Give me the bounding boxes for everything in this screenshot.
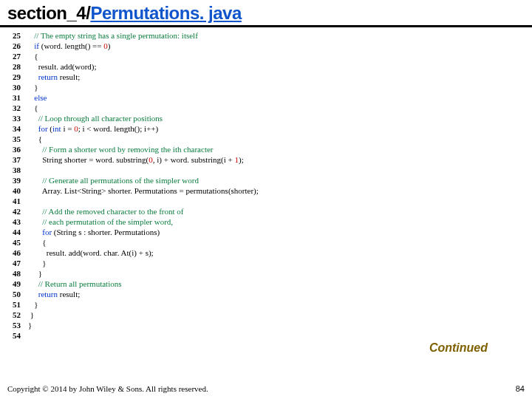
line-number: 41 [6, 196, 21, 206]
code-line: 48 } [6, 268, 526, 279]
code-line: 33 // Loop through all character positio… [6, 113, 526, 123]
code-text: // Form a shorter word by removing the i… [21, 144, 214, 154]
code-line: 50 return result; [6, 289, 526, 299]
code-text: String shorter = word. substring(0, i) +… [21, 154, 244, 165]
copyright-text: Copyright © 2014 by John Wiley & Sons. A… [7, 384, 208, 393]
code-text: else [21, 92, 47, 103]
code-line: 49 // Return all permutations [6, 279, 526, 289]
code-line: 38 [6, 165, 526, 175]
code-line: 25 // The empty string has a single perm… [6, 30, 526, 41]
code-line: 39 // Generate all permutations of the s… [6, 175, 526, 185]
code-line: 35 { [6, 134, 526, 144]
line-number: 42 [6, 206, 21, 216]
code-text: } [21, 82, 38, 92]
line-number: 48 [6, 268, 21, 279]
code-text: // Generate all permutations of the simp… [21, 175, 199, 185]
title-filename-link[interactable]: Permutations. java [90, 3, 241, 23]
code-line: 46 result. add(word. char. At(i) + s); [6, 248, 526, 258]
line-number: 27 [6, 51, 21, 61]
line-number: 51 [6, 299, 21, 310]
code-line: 34 for (int i = 0; i < word. length(); i… [6, 123, 526, 134]
line-number: 32 [6, 103, 21, 113]
line-number: 40 [6, 185, 21, 196]
code-line: 47 } [6, 258, 526, 268]
line-number: 35 [6, 134, 21, 144]
code-text: Array. List<String> shorter. Permutation… [21, 185, 259, 196]
code-text: } [21, 320, 32, 330]
line-number: 30 [6, 82, 21, 92]
line-number: 53 [6, 320, 21, 330]
line-number: 47 [6, 258, 21, 268]
page-title: section_4/Permutations. java [7, 3, 525, 24]
line-number: 36 [6, 144, 21, 154]
code-text: { [21, 134, 42, 144]
code-text: return result; [21, 289, 80, 299]
line-number: 46 [6, 248, 21, 258]
code-line: 51 } [6, 299, 526, 310]
code-listing: 25 // The empty string has a single perm… [0, 27, 532, 341]
line-number: 38 [6, 165, 21, 175]
code-text [21, 165, 28, 175]
line-number: 33 [6, 113, 21, 123]
code-text: // each permutation of the simpler word, [21, 216, 173, 227]
code-line: 41 [6, 196, 526, 206]
line-number: 45 [6, 237, 21, 248]
line-number: 49 [6, 279, 21, 289]
code-line: 44 for (String s : shorter. Permutations… [6, 227, 526, 237]
code-line: 29 return result; [6, 72, 526, 82]
code-text: { [21, 51, 38, 61]
code-line: 30 } [6, 82, 526, 92]
code-text: } [21, 310, 34, 320]
code-line: 28 result. add(word); [6, 61, 526, 72]
code-text: } [21, 299, 38, 310]
code-line: 53} [6, 320, 526, 330]
code-line: 40 Array. List<String> shorter. Permutat… [6, 185, 526, 196]
code-line: 42 // Add the removed character to the f… [6, 206, 526, 216]
line-number: 39 [6, 175, 21, 185]
line-number: 44 [6, 227, 21, 237]
code-text: result. add(word. char. At(i) + s); [21, 248, 154, 258]
code-line: 37 String shorter = word. substring(0, i… [6, 154, 526, 165]
line-number: 31 [6, 92, 21, 103]
code-text: if (word. length() == 0) [21, 41, 110, 51]
code-text: // The empty string has a single permuta… [21, 30, 198, 41]
line-number: 29 [6, 72, 21, 82]
line-number: 52 [6, 310, 21, 320]
code-text: result. add(word); [21, 61, 97, 72]
code-line: 32 { [6, 103, 526, 113]
code-text [21, 196, 28, 206]
code-text: } [21, 258, 47, 268]
code-line: 54 [6, 330, 526, 341]
code-line: 27 { [6, 51, 526, 61]
line-number: 26 [6, 41, 21, 51]
code-text: for (String s : shorter. Permutations) [21, 227, 160, 237]
line-number: 54 [6, 330, 21, 341]
code-text [21, 330, 28, 341]
title-prefix: section_4/ [7, 3, 90, 23]
line-number: 28 [6, 61, 21, 72]
line-number: 25 [6, 30, 21, 41]
line-number: 37 [6, 154, 21, 165]
title-bar: section_4/Permutations. java [0, 0, 532, 27]
footer: Copyright © 2014 by John Wiley & Sons. A… [7, 384, 525, 393]
code-line: 45 { [6, 237, 526, 248]
code-line: 52 } [6, 310, 526, 320]
code-text: { [21, 237, 47, 248]
code-text: { [21, 103, 38, 113]
continued-label: Continued [429, 341, 488, 355]
code-line: 43 // each permutation of the simpler wo… [6, 216, 526, 227]
line-number: 50 [6, 289, 21, 299]
code-text: return result; [21, 72, 80, 82]
code-text: } [21, 268, 42, 279]
page-number: 84 [516, 384, 525, 393]
code-text: // Return all permutations [21, 279, 121, 289]
line-number: 43 [6, 216, 21, 227]
code-text: // Add the removed character to the fron… [21, 206, 183, 216]
line-number: 34 [6, 123, 21, 134]
code-text: for (int i = 0; i < word. length(); i++) [21, 123, 158, 134]
code-line: 36 // Form a shorter word by removing th… [6, 144, 526, 154]
code-line: 26 if (word. length() == 0) [6, 41, 526, 51]
code-line: 31 else [6, 92, 526, 103]
code-text: // Loop through all character positions [21, 113, 163, 123]
